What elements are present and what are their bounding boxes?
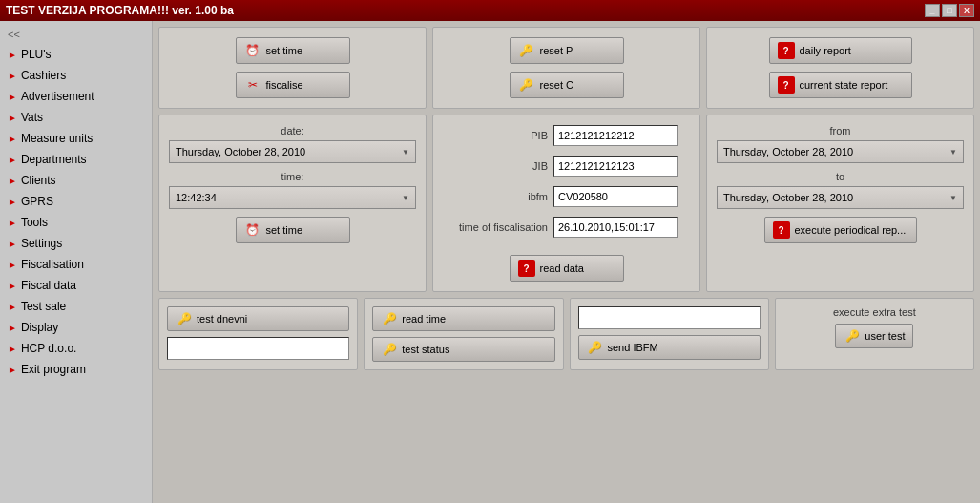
window-controls[interactable]: _ □ X (925, 4, 974, 17)
clock-icon: ⏰ (244, 42, 261, 59)
bottom-field-1 (167, 337, 349, 360)
arrow-icon: ► (8, 281, 17, 291)
read-data-button[interactable]: ? read data (510, 255, 624, 282)
tof-label: time of fiscalisation (443, 221, 548, 233)
extra-test-label: execute extra test (783, 306, 966, 318)
sidebar-label-cashiers: Cashiers (21, 69, 66, 82)
scissors-icon: ✂ (244, 76, 261, 94)
jib-label: JIB (443, 160, 548, 172)
arrow-icon: ► (8, 92, 17, 102)
sidebar-item-exit[interactable]: ► Exit program (0, 359, 152, 380)
arrow-icon: ► (8, 260, 17, 270)
send-ibfm-button[interactable]: 🔑 send IBFM (578, 335, 761, 360)
top-mid-panel: 🔑 reset P 🔑 reset C (432, 27, 700, 109)
arrow-icon: ► (8, 71, 17, 81)
minimize-button[interactable]: _ (925, 4, 940, 17)
sidebar: << ► PLU's ► Cashiers ► Advertisement ► … (0, 21, 153, 503)
arrow-icon: ► (8, 134, 17, 144)
sidebar-item-advertisement[interactable]: ► Advertisement (0, 86, 152, 107)
sidebar-item-cashiers[interactable]: ► Cashiers (0, 65, 152, 86)
bottom-panel-3: 🔑 send IBFM (570, 298, 769, 370)
sidebar-item-tools[interactable]: ► Tools (0, 212, 152, 233)
sidebar-item-clients[interactable]: ► Clients (0, 170, 152, 191)
current-state-button[interactable]: ? current state report (769, 72, 912, 98)
arrow-icon: ► (8, 302, 17, 312)
date-dropdown[interactable]: Thursday, October 28, 2010 ▼ (169, 140, 416, 163)
sidebar-item-display[interactable]: ► Display (0, 317, 152, 338)
key-icon-5: 🔑 (381, 341, 398, 358)
daily-report-button[interactable]: ? daily report (769, 37, 912, 64)
bottom-field-2 (578, 306, 761, 329)
close-button[interactable]: X (959, 4, 974, 17)
sidebar-item-plus[interactable]: ► PLU's (0, 44, 152, 65)
reset-c-button[interactable]: 🔑 reset C (510, 72, 624, 98)
time-dropdown[interactable]: 12:42:34 ▼ (169, 186, 416, 209)
arrow-icon: ► (8, 344, 17, 354)
arrow-icon: ► (8, 155, 17, 165)
user-test-button[interactable]: 🔑 user test (835, 324, 913, 348)
tof-row: time of fiscalisation (443, 217, 690, 238)
sidebar-item-vats[interactable]: ► Vats (0, 107, 152, 128)
pib-label: PIB (443, 130, 548, 141)
dropdown-arrow-from: ▼ (949, 148, 957, 157)
sidebar-label-hcp: HCP d.o.o. (21, 342, 76, 355)
pib-field[interactable] (553, 125, 678, 146)
sidebar-item-hcp[interactable]: ► HCP d.o.o. (0, 338, 152, 359)
key-icon-7: 🔑 (844, 327, 861, 345)
question-icon-2: ? (778, 76, 795, 94)
to-date-dropdown[interactable]: Thursday, October 28, 2010 ▼ (717, 186, 964, 209)
mid-left-panel: date: Thursday, October 28, 2010 ▼ time:… (158, 115, 427, 292)
question-icon-4: ? (773, 221, 790, 239)
set-time-button-mid[interactable]: ⏰ set time (236, 217, 350, 243)
sidebar-label-gprs: GPRS (21, 195, 53, 208)
sidebar-label-tools: Tools (21, 216, 48, 229)
arrow-icon: ► (8, 218, 17, 228)
pib-row: PIB (443, 125, 690, 146)
time-value: 12:42:34 (176, 192, 217, 203)
sidebar-item-measure-units[interactable]: ► Measure units (0, 128, 152, 149)
question-icon-1: ? (778, 42, 795, 59)
titlebar: TEST VERZIJA PROGRAMA!!! ver. 1.00 ba _ … (0, 0, 980, 21)
date-label: date: (169, 125, 416, 136)
question-icon-3: ? (518, 260, 535, 277)
fiscalise-button[interactable]: ✂ fiscalise (236, 72, 350, 98)
sidebar-label-advertisement: Advertisement (21, 90, 94, 103)
sidebar-item-fiscal-data[interactable]: ► Fiscal data (0, 275, 152, 296)
ibfm-row: ibfm (443, 186, 690, 207)
mid-right-panel: from Thursday, October 28, 2010 ▼ to Thu… (706, 115, 974, 292)
arrow-icon: ► (8, 113, 17, 123)
top-left-panel: ⏰ set time ✂ fiscalise (158, 27, 427, 109)
to-date-value: Thursday, October 28, 2010 (723, 192, 853, 203)
jib-field[interactable] (553, 156, 678, 177)
sidebar-item-settings[interactable]: ► Settings (0, 233, 152, 254)
sidebar-label-vats: Vats (21, 111, 43, 124)
date-value: Thursday, October 28, 2010 (176, 146, 305, 157)
from-date-dropdown[interactable]: Thursday, October 28, 2010 ▼ (717, 140, 964, 163)
test-status-button[interactable]: 🔑 test status (372, 337, 554, 362)
ibfm-field[interactable] (553, 186, 678, 207)
key-icon-6: 🔑 (587, 339, 604, 356)
set-time-button-top[interactable]: ⏰ set time (236, 37, 350, 64)
maximize-button[interactable]: □ (942, 4, 957, 17)
app-title: TEST VERZIJA PROGRAMA!!! ver. 1.00 ba (6, 4, 234, 17)
sidebar-label-display: Display (21, 321, 58, 334)
test-dnevni-button[interactable]: 🔑 test dnevni (167, 306, 349, 331)
sidebar-label-exit: Exit program (21, 363, 86, 376)
sidebar-item-departments[interactable]: ► Departments (0, 149, 152, 170)
sidebar-label-measure-units: Measure units (21, 132, 93, 145)
time-label: time: (169, 171, 416, 182)
key-icon-3: 🔑 (176, 310, 193, 327)
sidebar-collapse[interactable]: << (0, 25, 152, 44)
sidebar-item-gprs[interactable]: ► GPRS (0, 191, 152, 212)
sidebar-item-fiscalisation[interactable]: ► Fiscalisation (0, 254, 152, 275)
sidebar-label-fiscalisation: Fiscalisation (21, 258, 84, 271)
reset-p-button[interactable]: 🔑 reset P (510, 37, 624, 64)
key-icon-4: 🔑 (381, 310, 398, 327)
dropdown-arrow-icon-2: ▼ (402, 194, 409, 202)
read-time-button[interactable]: 🔑 read time (372, 306, 554, 331)
tof-field[interactable] (553, 217, 678, 238)
from-label: from (717, 125, 964, 136)
sidebar-item-test-sale[interactable]: ► Test sale (0, 296, 152, 317)
dropdown-arrow-icon: ▼ (402, 148, 409, 157)
execute-periodical-button[interactable]: ? execute periodical rep... (764, 217, 917, 243)
